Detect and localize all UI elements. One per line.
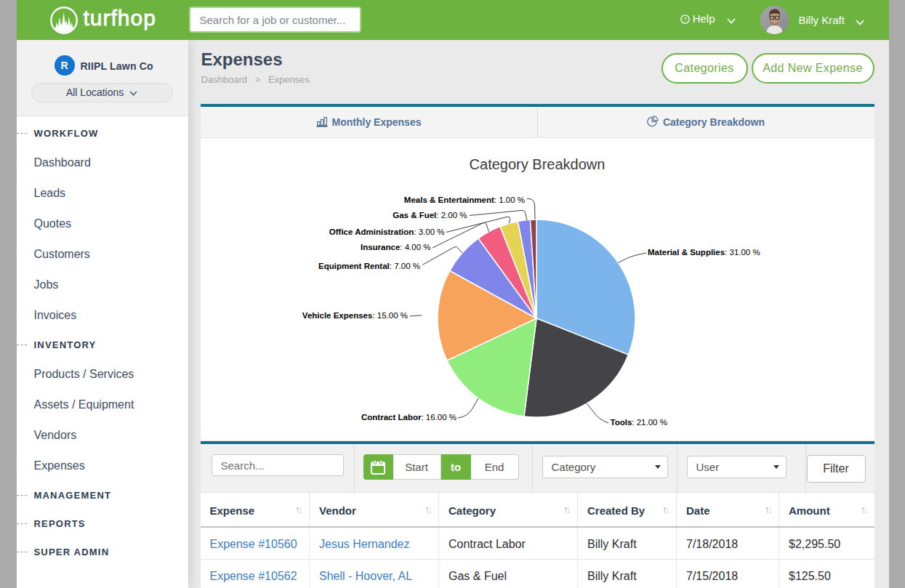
svg-text:Material & Supplies: 31.00 %: Material & Supplies: 31.00 % [648,248,760,257]
svg-text:Gas & Fuel: 2.00 %: Gas & Fuel: 2.00 % [393,211,467,220]
svg-text:Insurance: 4.00 %: Insurance: 4.00 % [360,243,430,251]
svg-text:Vehicle Expenses: 15.00 %: Vehicle Expenses: 15.00 % [302,311,407,320]
svg-text:Meals & Entertainment: 1.00 %: Meals & Entertainment: 1.00 % [403,196,524,204]
svg-text:Contract Labor: 16.00 %: Contract Labor: 16.00 % [361,413,456,422]
svg-text:?: ? [683,16,687,23]
svg-text:Office Administration: 3.00 %: Office Administration: 3.00 % [329,227,444,236]
svg-text:Category Breakdown: Category Breakdown [469,156,605,172]
svg-text:Tools: 21.00 %: Tools: 21.00 % [610,418,667,427]
svg-text:Equipment Rental: 7.00 %: Equipment Rental: 7.00 % [318,262,420,270]
